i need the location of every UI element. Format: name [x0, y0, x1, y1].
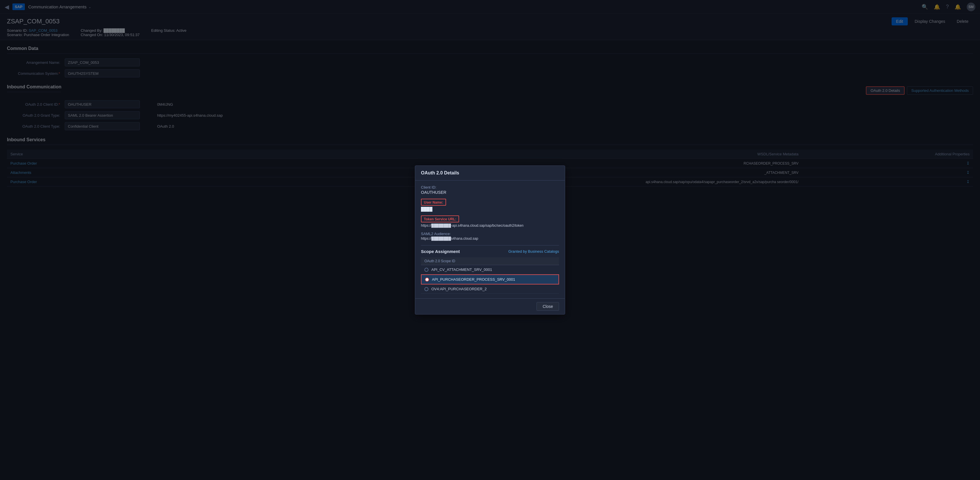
scope-item[interactable]: API_PURCHASEORDER_PROCESS_SRV_0001 — [421, 274, 559, 285]
scope-radio[interactable] — [425, 287, 428, 291]
modal-token-url-label: Token Service URL: — [424, 217, 456, 221]
modal-client-id-field: Client ID: OAUTHUSER — [421, 185, 559, 195]
scope-radio[interactable] — [425, 268, 428, 272]
modal-saml2-value: https://████████s4hana.cloud.sap — [421, 237, 559, 241]
modal-token-url-field: Token Service URL: https://████████-api.… — [421, 215, 559, 227]
modal-footer: Close — [415, 298, 565, 314]
scope-header: Scope Assignment Granted by Business Cat… — [421, 249, 559, 254]
modal-saml2-label: SAML2 Audience: — [421, 232, 559, 236]
scope-item[interactable]: OV4:API_PURCHASEORDER_2 — [421, 285, 559, 294]
scope-section: Scope Assignment Granted by Business Cat… — [421, 245, 559, 294]
modal-username-value: ████ — [421, 207, 559, 211]
modal-token-url-value: https://████████-api.s4hana.cloud.sap/sa… — [421, 224, 559, 227]
modal-username-field: User Name: ████ — [421, 199, 559, 211]
scope-name-text: API_CV_ATTACHMENT_SRV_0001 — [431, 267, 492, 272]
close-button[interactable]: Close — [536, 302, 559, 311]
modal-body: Client ID: OAUTHUSER User Name: ████ Tok… — [415, 181, 565, 298]
oauth-details-modal: OAuth 2.0 Details Client ID: OAUTHUSER U… — [415, 165, 565, 315]
scope-item[interactable]: API_CV_ATTACHMENT_SRV_0001 — [421, 265, 559, 274]
scope-items-list: API_CV_ATTACHMENT_SRV_0001 API_PURCHASEO… — [421, 265, 559, 294]
scope-radio[interactable] — [425, 278, 429, 281]
scope-name-text: OV4:API_PURCHASEORDER_2 — [431, 287, 487, 291]
modal-client-id-label: Client ID: — [421, 185, 559, 189]
scope-name-text: API_PURCHASEORDER_PROCESS_SRV_0001 — [432, 277, 515, 281]
modal-overlay: OAuth 2.0 Details Client ID: OAUTHUSER U… — [0, 0, 980, 480]
scope-business-catalogs-link[interactable]: Granted by Business Catalogs — [508, 249, 559, 254]
modal-client-id-value: OAUTHUSER — [421, 190, 559, 195]
scope-title: Scope Assignment — [421, 249, 460, 254]
modal-username-label: User Name: — [424, 200, 443, 205]
modal-saml2-field: SAML2 Audience: https://████████s4hana.c… — [421, 232, 559, 241]
modal-header: OAuth 2.0 Details — [415, 166, 565, 181]
scope-col-header: OAuth 2.0 Scope ID — [421, 257, 559, 265]
